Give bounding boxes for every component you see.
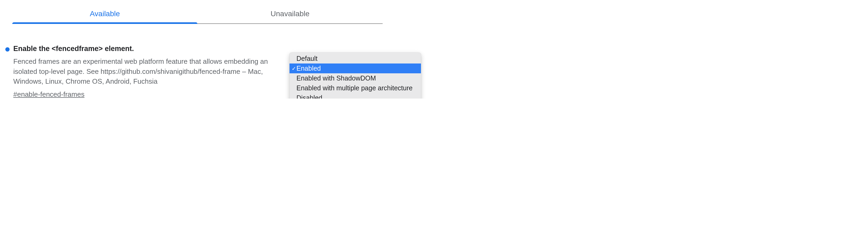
dropdown-option[interactable]: Enabled xyxy=(289,64,421,73)
dropdown-option[interactable]: Disabled xyxy=(289,93,421,99)
flag-title: Enable the <fencedframe> element. xyxy=(13,45,277,53)
tab-available[interactable]: Available xyxy=(12,5,197,24)
flag-description: Fenced frames are an experimental web pl… xyxy=(13,56,277,87)
flag-permalink[interactable]: #enable-fenced-frames xyxy=(13,90,84,99)
tabs-bar: Available Unavailable xyxy=(12,5,383,24)
flag-row: Enable the <fencedframe> element. Fenced… xyxy=(0,45,868,99)
tab-unavailable[interactable]: Unavailable xyxy=(197,5,383,24)
flag-text: Enable the <fencedframe> element. Fenced… xyxy=(13,45,283,99)
flag-state-dropdown[interactable]: DefaultEnabledEnabled with ShadowDOMEnab… xyxy=(289,52,421,99)
dropdown-option[interactable]: Enabled with ShadowDOM xyxy=(289,73,421,83)
modified-dot-icon xyxy=(5,47,9,51)
dropdown-option[interactable]: Default xyxy=(289,52,421,64)
dropdown-option[interactable]: Enabled with multiple page architecture xyxy=(289,83,421,93)
